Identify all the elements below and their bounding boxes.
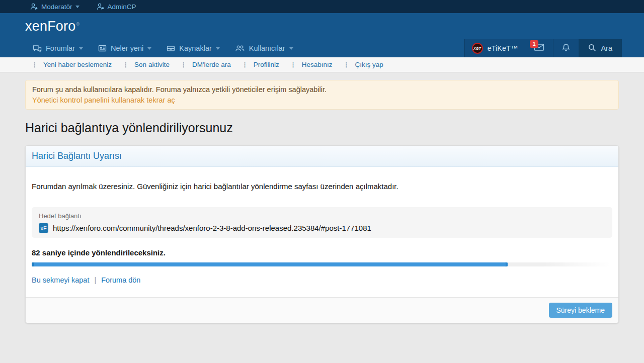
admincp-link[interactable]: AdminCP <box>97 3 136 11</box>
nav-left: Forumlar Neler yeni Kaynaklar <box>0 39 464 57</box>
nav-item-label: Kullanıcılar <box>249 44 285 52</box>
page-content: Forum şu anda kullanıcılara kapalıdır. F… <box>0 80 644 323</box>
dots-vertical-icon: ⋮ <box>290 61 296 68</box>
alerts-button[interactable] <box>553 39 579 57</box>
logo-xen: xen <box>25 19 47 34</box>
sub-navbar: ⋮ Yeni haber beslemeniz ⋮ Son aktivite ⋮… <box>0 57 644 72</box>
chevron-down-icon <box>289 47 293 52</box>
notice-text: Forum şu anda kullanıcılara kapalıdır. F… <box>32 84 612 95</box>
site-header: xenForo® <box>0 13 644 39</box>
card-body: Forumdan ayrılmak üzeresiniz. Güvenliğin… <box>26 182 618 297</box>
conversations-button[interactable]: 1 <box>525 39 553 57</box>
dots-vertical-icon: ⋮ <box>181 61 187 68</box>
progress-fill <box>32 262 508 266</box>
avatar: XGT <box>472 43 483 54</box>
card-header: Harici Bağlantı Uyarısı <box>26 146 618 167</box>
skip-wait-button[interactable]: Süreyi bekleme <box>549 303 613 318</box>
account-navgroup: XGT eTiKeT™ 1 <box>464 39 579 57</box>
page-title: Harici bağlantıya yönlendiriliyorsunuz <box>25 121 619 135</box>
subnav-item-logout[interactable]: ⋮ Çıkış yap <box>338 61 389 68</box>
username: eTiKeT™ <box>488 44 518 52</box>
nav-item-label: Forumlar <box>46 44 75 52</box>
chevron-down-icon <box>79 47 83 52</box>
logo-trademark: ® <box>76 22 79 27</box>
action-links: Bu sekmeyi kapat | Foruma dön <box>32 276 612 297</box>
dots-vertical-icon: ⋮ <box>242 61 248 68</box>
nav-item-neler-yeni[interactable]: Neler yeni <box>91 39 159 57</box>
subnav-label: Son aktivite <box>134 61 170 68</box>
search-icon <box>588 44 596 53</box>
target-link-box: Hedef bağlantı xF https://xenforo.com/co… <box>32 207 612 238</box>
dots-vertical-icon: ⋮ <box>344 61 350 68</box>
nav-item-forumlar[interactable]: Forumlar <box>25 39 91 57</box>
subnav-item-profile[interactable]: ⋮ Profiliniz <box>236 61 285 68</box>
admin-topbar: Moderatör AdminCP <box>0 0 644 13</box>
subnav-label: Çıkış yap <box>355 61 383 68</box>
subnav-label: Yeni haber beslemeniz <box>43 61 112 68</box>
chevron-down-icon <box>147 47 151 52</box>
mail-badge: 1 <box>530 40 538 48</box>
countdown-text: 82 saniye içinde yönlendirileceksiniz. <box>32 248 612 257</box>
moderator-label: Moderatör <box>41 3 72 11</box>
target-url-link[interactable]: https://xenforo.com/community/threads/xe… <box>53 224 371 232</box>
chevron-down-icon <box>216 47 220 52</box>
xenforo-logo[interactable]: xenForo® <box>25 19 79 34</box>
target-link-label: Hedef bağlantı <box>39 212 605 220</box>
xenforo-favicon: xF <box>39 223 48 233</box>
subnav-item-news-feed[interactable]: ⋮ Yeni haber beslemeniz <box>26 61 117 68</box>
external-link-card: Harici Bağlantı Uyarısı Forumdan ayrılma… <box>25 145 619 323</box>
forum-closed-notice: Forum şu anda kullanıcılara kapalıdır. F… <box>25 80 619 110</box>
dots-vertical-icon: ⋮ <box>32 61 38 68</box>
subnav-label: Hesabınız <box>302 61 333 68</box>
nav-item-kullanicilar[interactable]: Kullanıcılar <box>227 39 301 57</box>
search-button[interactable]: Ara <box>579 39 622 57</box>
nav-item-label: Kaynaklar <box>179 44 211 52</box>
nav-item-label: Neler yeni <box>111 44 143 52</box>
close-tab-link[interactable]: Bu sekmeyi kapat <box>32 276 89 284</box>
subnav-label: DM'lerde ara <box>192 61 231 68</box>
search-label: Ara <box>601 44 612 52</box>
target-link-row: xF https://xenforo.com/community/threads… <box>39 223 605 233</box>
warning-text: Forumdan ayrılmak üzeresiniz. Güvenliğin… <box>32 182 612 191</box>
dots-vertical-icon: ⋮ <box>123 61 129 68</box>
account-button[interactable]: XGT eTiKeT™ <box>465 39 525 57</box>
newspaper-icon <box>98 45 107 52</box>
link-separator: | <box>94 276 96 284</box>
subnav-item-search-dm[interactable]: ⋮ DM'lerde ara <box>175 61 236 68</box>
logo-foro: Foro <box>47 19 75 34</box>
moderator-menu[interactable]: Moderatör <box>30 3 79 11</box>
subnav-item-latest-activity[interactable]: ⋮ Son aktivite <box>117 61 175 68</box>
admincp-icon <box>97 3 105 10</box>
nav-spacer <box>622 39 644 57</box>
notice-admin-panel-link[interactable]: Yönetici kontrol panelini kullanarak tek… <box>32 95 612 106</box>
moderator-icon <box>30 3 38 10</box>
back-to-forum-link[interactable]: Foruma dön <box>101 276 140 284</box>
admincp-label: AdminCP <box>108 3 136 11</box>
card-footer: Süreyi bekleme <box>26 297 618 323</box>
comments-icon <box>33 45 42 52</box>
subnav-item-account[interactable]: ⋮ Hesabınız <box>285 61 338 68</box>
chevron-down-icon <box>75 6 79 10</box>
main-navbar: Forumlar Neler yeni Kaynaklar <box>0 39 644 57</box>
redirect-progress-bar <box>32 262 612 266</box>
subnav-label: Profiliniz <box>254 61 279 68</box>
nav-item-kaynaklar[interactable]: Kaynaklar <box>159 39 227 57</box>
archive-box-icon <box>167 45 175 52</box>
bell-icon <box>562 43 570 54</box>
users-icon <box>235 45 245 52</box>
